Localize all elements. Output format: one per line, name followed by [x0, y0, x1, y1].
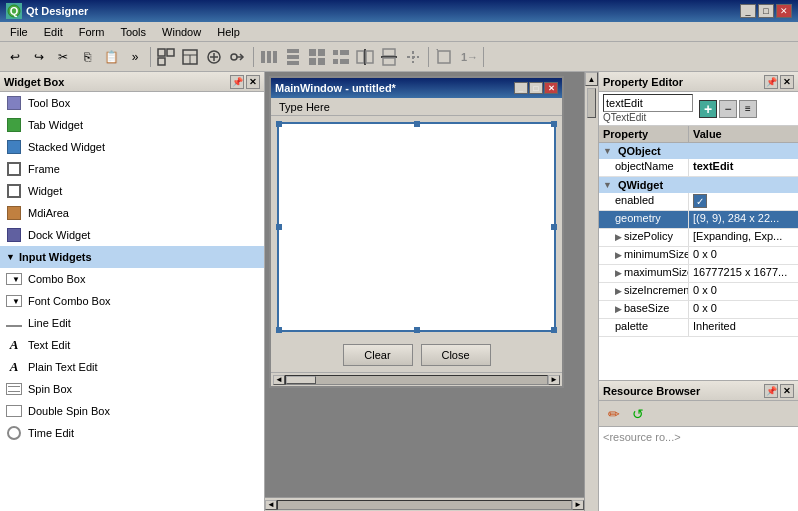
paste-button[interactable]: 📋	[100, 46, 122, 68]
layout-splitter-v-button[interactable]	[378, 46, 400, 68]
category-input-widgets[interactable]: ▼ Input Widgets	[0, 246, 264, 268]
cut-button[interactable]: ✂	[52, 46, 74, 68]
widget-item-spinbox[interactable]: Spin Box	[0, 378, 264, 400]
widget-box-button[interactable]	[155, 46, 177, 68]
menu-edit[interactable]: Edit	[36, 24, 71, 40]
layout-grid-button[interactable]	[306, 46, 328, 68]
designer-maximize[interactable]: □	[529, 82, 543, 94]
center-sv-up[interactable]: ▲	[585, 72, 598, 86]
object-name-input[interactable]	[603, 94, 693, 112]
center-scroll-v[interactable]: ▲	[584, 72, 598, 511]
tab-order-button[interactable]: 1→	[457, 46, 479, 68]
copy-button[interactable]: ⎘	[76, 46, 98, 68]
edit-resource-button[interactable]: ✏	[603, 404, 625, 424]
sizeincrement-expand[interactable]: ▶	[615, 286, 622, 296]
center-scroll-h[interactable]: ◄ ►	[265, 497, 584, 511]
signal-slot-button[interactable]	[227, 46, 249, 68]
redo-button[interactable]: ↪	[28, 46, 50, 68]
basesize-expand[interactable]: ▶	[615, 304, 622, 314]
more-button[interactable]: »	[124, 46, 146, 68]
property-close[interactable]: ✕	[780, 75, 794, 89]
widget-item-widget[interactable]: Widget	[0, 180, 264, 202]
widget-item-mdi[interactable]: MdiArea	[0, 202, 264, 224]
clear-button[interactable]: Clear	[343, 344, 413, 366]
maximize-button[interactable]: □	[758, 4, 774, 18]
scroll-thumb[interactable]	[286, 376, 316, 384]
enabled-checkbox[interactable]: ✓	[693, 194, 707, 208]
widget-item-plaintextedit[interactable]: A Plain Text Edit	[0, 356, 264, 378]
del-property-button[interactable]: −	[719, 100, 737, 118]
undo-button[interactable]: ↩	[4, 46, 26, 68]
widget-item-fontcombo[interactable]: ▼ Font Combo Box	[0, 290, 264, 312]
close-button[interactable]: ✕	[776, 4, 792, 18]
prop-row-maximumsize[interactable]: ▶maximumSize 16777215 x 1677...	[599, 265, 798, 283]
designer-close[interactable]: ✕	[544, 82, 558, 94]
adjust-size-button[interactable]	[433, 46, 455, 68]
layout-h-button[interactable]	[258, 46, 280, 68]
prop-row-palette[interactable]: palette Inherited	[599, 319, 798, 337]
sizepolicy-expand[interactable]: ▶	[615, 232, 622, 242]
maximumsize-expand[interactable]: ▶	[615, 268, 622, 278]
handle-ml[interactable]	[276, 224, 282, 230]
property-pin[interactable]: 📌	[764, 75, 778, 89]
prop-row-minimumsize[interactable]: ▶minimumSize 0 x 0	[599, 247, 798, 265]
scroll-right-arrow[interactable]: ►	[548, 375, 560, 385]
qobject-expand[interactable]: ▼	[603, 146, 612, 156]
layout-v-button[interactable]	[282, 46, 304, 68]
designer-minimize[interactable]: _	[514, 82, 528, 94]
reload-resource-button[interactable]: ↺	[627, 404, 649, 424]
widget-box-close[interactable]: ✕	[246, 75, 260, 89]
handle-bl[interactable]	[276, 327, 282, 333]
prop-row-sizeincrement[interactable]: ▶sizeIncrement 0 x 0	[599, 283, 798, 301]
widget-item-stacked[interactable]: Stacked Widget	[0, 136, 264, 158]
resource-close[interactable]: ✕	[780, 384, 794, 398]
prop-row-sizepolicy[interactable]: ▶sizePolicy [Expanding, Exp...	[599, 229, 798, 247]
center-sh-right[interactable]: ►	[572, 500, 584, 510]
prop-row-objectname[interactable]: objectName textEdit	[599, 159, 798, 177]
widget-item-timeedit[interactable]: Time Edit	[0, 422, 264, 444]
prop-row-enabled[interactable]: enabled ✓	[599, 193, 798, 211]
scroll-track[interactable]	[285, 375, 548, 385]
scroll-left-arrow[interactable]: ◄	[273, 375, 285, 385]
widget-item-combo[interactable]: ▼ Combo Box	[0, 268, 264, 290]
designer-menu-type-here[interactable]: Type Here	[273, 99, 336, 115]
center-sh-track[interactable]	[277, 500, 572, 510]
designer-scrollbar-h[interactable]: ◄ ►	[271, 372, 562, 386]
handle-tm[interactable]	[414, 121, 420, 127]
resource-pin[interactable]: 📌	[764, 384, 778, 398]
widget-item-lineedit[interactable]: Line Edit	[0, 312, 264, 334]
widget-item-textedit[interactable]: A Text Edit	[0, 334, 264, 356]
widget-item-toolbox[interactable]: Tool Box	[0, 92, 264, 114]
widget-item-frame[interactable]: Frame	[0, 158, 264, 180]
handle-tl[interactable]	[276, 121, 282, 127]
widget-item-dock[interactable]: Dock Widget	[0, 224, 264, 246]
add-property-button[interactable]: +	[699, 100, 717, 118]
layout-splitter-h-button[interactable]	[354, 46, 376, 68]
prop-row-basesize[interactable]: ▶baseSize 0 x 0	[599, 301, 798, 319]
designer-canvas[interactable]	[277, 122, 556, 332]
menu-form[interactable]: Form	[71, 24, 113, 40]
menu-help[interactable]: Help	[209, 24, 248, 40]
handle-mr[interactable]	[551, 224, 557, 230]
prop-menu-button[interactable]: ≡	[739, 100, 757, 118]
widget-item-dspinbox[interactable]: Double Spin Box	[0, 400, 264, 422]
widget-item-tab[interactable]: Tab Widget	[0, 114, 264, 136]
center-sh-left[interactable]: ◄	[265, 500, 277, 510]
menu-window[interactable]: Window	[154, 24, 209, 40]
property-editor-button[interactable]	[203, 46, 225, 68]
widget-box-pin[interactable]: 📌	[230, 75, 244, 89]
center-sv-thumb[interactable]	[587, 88, 596, 118]
menu-tools[interactable]: Tools	[112, 24, 154, 40]
close-form-button[interactable]: Close	[421, 344, 491, 366]
handle-br[interactable]	[551, 327, 557, 333]
qwidget-expand[interactable]: ▼	[603, 180, 612, 190]
menu-file[interactable]: File	[2, 24, 36, 40]
prop-row-geometry[interactable]: geometry [(9, 9), 284 x 22...	[599, 211, 798, 229]
object-inspector-button[interactable]	[179, 46, 201, 68]
minimumsize-expand[interactable]: ▶	[615, 250, 622, 260]
handle-tr[interactable]	[551, 121, 557, 127]
layout-form-button[interactable]	[330, 46, 352, 68]
layout-break-button[interactable]	[402, 46, 424, 68]
handle-bm[interactable]	[414, 327, 420, 333]
minimize-button[interactable]: _	[740, 4, 756, 18]
